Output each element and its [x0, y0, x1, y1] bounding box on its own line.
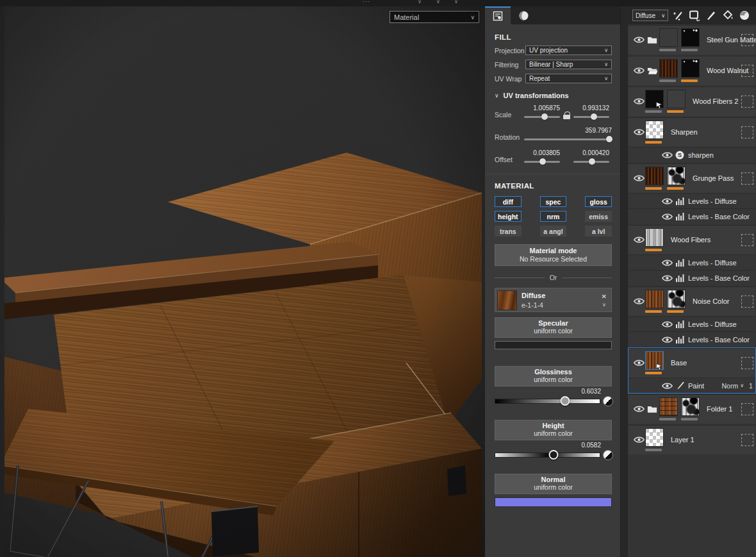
- layer-thumbnail[interactable]: [667, 90, 686, 108]
- uvwrap-select[interactable]: Repeat ∨: [525, 74, 612, 83]
- mask-slot[interactable]: [741, 126, 753, 138]
- projection-select[interactable]: UV projection ∨: [525, 46, 612, 55]
- layer-row[interactable]: Wood Fibers 2: [629, 87, 755, 116]
- lock-icon[interactable]: [563, 112, 570, 119]
- scale-y-value[interactable]: 0.993132: [573, 104, 609, 112]
- material-channel-a-angl[interactable]: a angl: [540, 226, 567, 237]
- blend-mode-select[interactable]: Norm∨: [721, 382, 744, 390]
- mask-slot[interactable]: [741, 34, 753, 46]
- material-channel-nrm[interactable]: nrm: [540, 211, 567, 222]
- layer-sublayer-row[interactable]: Levels - Base Color: [629, 208, 755, 224]
- layer-thumbnail[interactable]: [681, 28, 700, 47]
- material-channel-gloss[interactable]: gloss: [585, 196, 612, 207]
- smudge-icon[interactable]: [739, 10, 750, 21]
- material-channel-emiss[interactable]: emiss: [585, 211, 612, 222]
- offset-x-slider[interactable]: [524, 158, 560, 165]
- mask-slot[interactable]: [741, 403, 753, 415]
- eye-visibility-icon[interactable]: [632, 67, 645, 74]
- eye-visibility-icon[interactable]: [661, 320, 673, 328]
- layer-sublayer-row[interactable]: Levels - Diffuse: [629, 316, 755, 331]
- normal-button[interactable]: Normal uniform color: [495, 474, 612, 494]
- mask-slot[interactable]: [741, 434, 753, 446]
- height-value[interactable]: 0.0582: [495, 442, 612, 449]
- offset-x-value[interactable]: 0.003805: [524, 149, 560, 156]
- layer-sublayer-row[interactable]: Levels - Diffuse: [629, 193, 755, 208]
- material-mode-button[interactable]: Material mode No Resource Selected: [495, 244, 612, 266]
- layer-row[interactable]: Grunge Pass: [629, 163, 755, 193]
- scale-x-slider[interactable]: [524, 113, 560, 121]
- layer-thumbnail[interactable]: [645, 351, 664, 370]
- specular-button[interactable]: Specular uniform color: [495, 317, 612, 338]
- color-picker-icon[interactable]: [603, 450, 613, 460]
- mask-slot[interactable]: [741, 357, 753, 369]
- eye-visibility-icon[interactable]: [661, 382, 673, 390]
- overflow-menu-icon[interactable]: ···: [363, 0, 370, 4]
- layer-thumbnail[interactable]: [667, 290, 686, 308]
- mask-slot[interactable]: [741, 172, 753, 185]
- normal-color-swatch[interactable]: [495, 497, 612, 507]
- layer-thumbnail[interactable]: [645, 121, 664, 139]
- layer-row[interactable]: Folder 1: [629, 394, 755, 424]
- channel-view-select[interactable]: Diffuse ∨: [632, 10, 668, 21]
- chevron-down-icon[interactable]: ∨: [436, 0, 440, 4]
- layer-thumbnail[interactable]: [681, 397, 700, 416]
- eye-visibility-icon[interactable]: [661, 197, 673, 205]
- eye-visibility-icon[interactable]: [632, 97, 645, 105]
- mask-slot[interactable]: [741, 96, 753, 108]
- tab-layer-properties[interactable]: [485, 6, 511, 24]
- eye-visibility-icon[interactable]: [632, 297, 645, 305]
- scale-y-slider[interactable]: [573, 113, 609, 121]
- specular-color-swatch[interactable]: [495, 341, 612, 349]
- glossiness-value[interactable]: 0.6032: [495, 388, 612, 395]
- transform-select-icon[interactable]: [689, 10, 700, 21]
- tab-material-sphere[interactable]: [511, 6, 536, 24]
- layer-row[interactable]: Noise Color: [629, 287, 755, 316]
- layer-sublayer-row[interactable]: Levels - Base Color: [629, 270, 755, 285]
- material-channel-diff[interactable]: diff: [495, 196, 522, 207]
- material-channel-height[interactable]: height: [495, 211, 522, 222]
- eye-visibility-icon[interactable]: [661, 151, 673, 159]
- material-channel-trans[interactable]: trans: [495, 226, 522, 237]
- chevron-down-icon[interactable]: ∨: [418, 0, 422, 4]
- eye-visibility-icon[interactable]: [632, 359, 645, 367]
- uv-transformations-header[interactable]: ∨ UV transformations: [495, 92, 612, 99]
- folder-closed-icon[interactable]: [645, 36, 659, 44]
- layer-thumbnail[interactable]: [681, 59, 700, 78]
- eye-visibility-icon[interactable]: [632, 405, 645, 413]
- offset-y-slider[interactable]: [573, 158, 609, 165]
- layer-sublayer-row[interactable]: Levels - Base Color: [629, 331, 755, 347]
- eye-visibility-icon[interactable]: [661, 274, 673, 282]
- chevron-down-icon[interactable]: ∨: [454, 0, 458, 4]
- layer-row[interactable]: Wood Walnut: [629, 56, 755, 85]
- layer-thumbnail[interactable]: [645, 167, 664, 185]
- opacity-value[interactable]: 1: [749, 382, 755, 390]
- material-channel-a-lvl[interactable]: a lvl: [585, 226, 612, 237]
- height-button[interactable]: Height uniform color: [495, 420, 612, 440]
- layer-row[interactable]: Base: [629, 348, 755, 378]
- eye-visibility-icon[interactable]: [661, 336, 673, 344]
- eye-visibility-icon[interactable]: [632, 174, 645, 182]
- layer-sublayer-row[interactable]: Levels - Diffuse: [629, 254, 755, 270]
- mask-slot[interactable]: [741, 234, 753, 246]
- layer-thumbnail[interactable]: [645, 290, 664, 308]
- height-slider[interactable]: [495, 449, 612, 461]
- layer-thumbnail[interactable]: [645, 228, 664, 247]
- layer-row[interactable]: Sharpen: [629, 117, 755, 147]
- close-icon[interactable]: ✕: [602, 293, 607, 300]
- viewport-mode-select[interactable]: Material ∨: [390, 11, 479, 23]
- chevron-down-icon[interactable]: ∨: [602, 302, 606, 308]
- eye-visibility-icon[interactable]: [632, 236, 645, 244]
- glossiness-button[interactable]: Glossiness uniform color: [495, 366, 612, 387]
- magic-wand-icon[interactable]: [672, 10, 684, 21]
- layer-thumbnail[interactable]: [659, 397, 678, 416]
- glossiness-slider[interactable]: [495, 395, 612, 407]
- layer-thumbnail[interactable]: [659, 28, 678, 47]
- filtering-select[interactable]: Bilinear | Sharp ∨: [525, 60, 612, 69]
- 3d-viewport[interactable]: Material ∨: [0, 6, 485, 557]
- layer-row[interactable]: Steel Gun Matte: [629, 25, 755, 54]
- layer-thumbnail[interactable]: [659, 59, 678, 78]
- layer-thumbnail[interactable]: [645, 428, 664, 447]
- layer-row[interactable]: Layer 1: [629, 425, 755, 454]
- layer-thumbnail[interactable]: [667, 167, 686, 185]
- folder-closed-icon[interactable]: [645, 405, 659, 413]
